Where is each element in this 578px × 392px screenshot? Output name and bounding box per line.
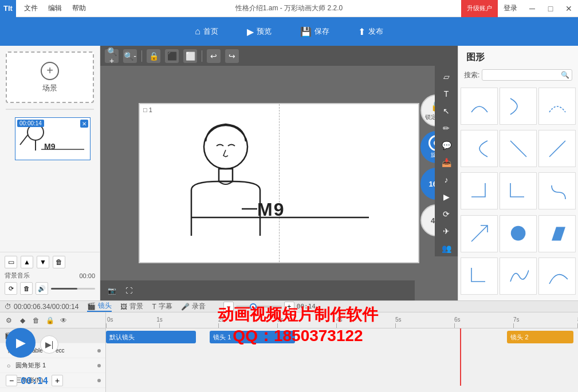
volume-fill <box>51 288 77 290</box>
side-tool-edit[interactable]: ✏ <box>437 120 456 136</box>
scene-ctrl-1[interactable]: ▭ <box>5 256 17 268</box>
zoom-out-button[interactable]: 🔍- <box>123 49 137 63</box>
side-tool-cursor[interactable]: ↖ <box>437 103 456 119</box>
tl-track-dot-1 <box>97 349 101 353</box>
tl-zoom-slider[interactable] <box>236 306 282 308</box>
toolbar-save-label: 保存 <box>314 26 329 37</box>
tl-zoom-value: 00:14 <box>297 303 316 310</box>
login-button[interactable]: 登录 <box>498 1 523 15</box>
tl-segment-default[interactable]: 默认镜头 <box>106 331 196 343</box>
time-plus-button[interactable]: + <box>52 375 63 386</box>
side-tool-shapes[interactable]: ▱ <box>437 69 456 85</box>
frame-button[interactable]: ⬜ <box>183 49 197 63</box>
ruler-mark-7s: 7s <box>513 316 520 323</box>
shape-arc-down-left[interactable] <box>461 130 498 167</box>
add-scene-button[interactable]: + 场景 <box>6 52 94 103</box>
shape-arc-up[interactable] <box>461 88 498 125</box>
menu-edit[interactable]: 编辑 <box>44 1 66 15</box>
side-tool-import[interactable]: 📥 <box>437 155 456 171</box>
lock-button[interactable]: 🔒 <box>147 49 160 63</box>
shape-arc-s[interactable] <box>538 172 576 209</box>
shape-parallelogram[interactable] <box>538 215 576 252</box>
search-input[interactable] <box>485 71 561 79</box>
scene-ctrl-delete[interactable]: 🗑 <box>53 256 65 268</box>
tl-segment-2[interactable]: 镜头 2 <box>507 331 573 343</box>
tl-eye-icon[interactable]: 👁 <box>58 315 69 326</box>
svg-point-5 <box>204 125 247 169</box>
tl-tab-record[interactable]: 🎤 录音 <box>181 302 206 311</box>
toolbar-preview-label: 预览 <box>257 26 272 37</box>
menu-file[interactable]: 文件 <box>19 1 42 15</box>
shape-arrow-diag[interactable] <box>461 215 498 252</box>
side-tool-rotate[interactable]: ⟳ <box>437 206 456 222</box>
tl-segment-2-label: 镜头 2 <box>510 333 528 342</box>
maximize-button[interactable]: □ <box>541 0 560 17</box>
shape-arc-right[interactable] <box>500 88 537 125</box>
crop-button[interactable]: ⬛ <box>165 49 179 63</box>
shape-line-diag2[interactable] <box>538 130 576 167</box>
scene-thumbnail: 00:00:14 ✕ M9 <box>15 117 91 160</box>
shape-arc-dash[interactable] <box>538 88 576 125</box>
tl-tab-background[interactable]: 🖼 背景 <box>120 302 143 311</box>
upgrade-button[interactable]: 升级账户 <box>461 0 498 17</box>
audio-btn-1[interactable]: ⟳ <box>5 282 17 295</box>
volume-slider[interactable] <box>51 288 95 290</box>
play-button[interactable]: ▶ <box>6 328 36 358</box>
tl-delete-icon[interactable]: 🗑 <box>31 315 41 326</box>
scene-item[interactable]: 1 00:00:14 ✕ M9 <box>5 114 95 160</box>
undo-button[interactable]: ↩ <box>207 49 221 63</box>
tl-segment-default-label: 默认镜头 <box>109 333 135 342</box>
scene-ctrl-down[interactable]: ▼ <box>37 256 49 268</box>
time-minus-button[interactable]: − <box>6 375 17 386</box>
shape-corner-bl[interactable] <box>461 172 498 209</box>
side-tool-music[interactable]: ♪ <box>437 172 456 188</box>
fullscreen-button[interactable]: ⛶ <box>123 285 135 296</box>
toolbar-home[interactable]: ⌂ 首页 <box>189 23 224 39</box>
audio-volume-btn[interactable]: 🔊 <box>36 282 48 295</box>
shape-corner-tl[interactable] <box>461 258 498 295</box>
audio-delete-btn[interactable]: 🗑 <box>20 282 33 295</box>
toolbar-save[interactable]: 💾 保存 <box>294 23 335 40</box>
tl-track-roundrect1-icon: ○ <box>5 362 13 370</box>
tl-zoom-thumb <box>250 303 257 310</box>
tl-lock-icon[interactable]: 🔒 <box>45 315 55 326</box>
tl-right: 0s 1s 2s 3s <box>106 312 578 392</box>
zoom-in-button[interactable]: 🔍+ <box>105 49 119 63</box>
side-tool-plane[interactable]: ✈ <box>437 223 456 239</box>
toolbar-publish[interactable]: ⬆ 发布 <box>352 23 389 40</box>
side-tool-bubble[interactable]: 💬 <box>437 137 456 153</box>
close-button[interactable]: ✕ <box>560 0 578 17</box>
scene-label: 场景 <box>42 83 57 93</box>
tl-filter-icon[interactable]: ⚙ <box>3 315 14 326</box>
side-tool-text[interactable]: T <box>437 86 456 102</box>
tl-track-roundrect2[interactable]: ○ 圆角矩形 1 <box>0 388 105 392</box>
menu-help[interactable]: 帮助 <box>68 1 91 15</box>
tl-zoom-out[interactable]: − <box>223 302 234 312</box>
shape-line-diag[interactable] <box>500 130 537 167</box>
play-next-button[interactable]: ▶| <box>40 335 58 354</box>
ruler-mark-5s: 5s <box>395 316 402 323</box>
shape-arc-curve[interactable] <box>538 258 576 295</box>
left-panel: + 场景 1 00:00:14 ✕ M9 <box>0 46 100 300</box>
tl-tab-subtitle[interactable]: T 字幕 <box>152 302 172 311</box>
scene-ctrl-up[interactable]: ▲ <box>21 256 33 268</box>
side-tool-video[interactable]: ▶ <box>437 189 456 205</box>
tl-diamond-icon[interactable]: ◆ <box>17 315 27 326</box>
tl-zoom-in[interactable]: + <box>284 302 294 312</box>
bg-music-label: 背景音乐 <box>5 271 30 280</box>
sub-tab-icon: T <box>152 303 156 311</box>
shape-circle[interactable] <box>500 215 537 252</box>
preview-icon: ▶ <box>247 26 254 37</box>
tl-tab-camera[interactable]: 🎬 镜头 <box>87 301 112 312</box>
side-tool-group[interactable]: 👥 <box>437 240 456 256</box>
storyboard-frame[interactable]: □ 1 <box>139 103 419 263</box>
svg-line-11 <box>549 141 565 157</box>
tl-segment-1[interactable]: 镜头 1 <box>210 331 294 343</box>
minimize-button[interactable]: ─ <box>523 0 541 17</box>
redo-button[interactable]: ↪ <box>225 49 239 63</box>
toolbar-preview[interactable]: ▶ 预览 <box>241 23 277 40</box>
shape-rect-corner[interactable] <box>500 172 537 209</box>
tl-left-toolbar: ⚙ ◆ 🗑 🔒 👁 <box>0 312 105 328</box>
shape-arc-wave[interactable] <box>500 258 537 295</box>
scene-close-button[interactable]: ✕ <box>80 120 88 128</box>
